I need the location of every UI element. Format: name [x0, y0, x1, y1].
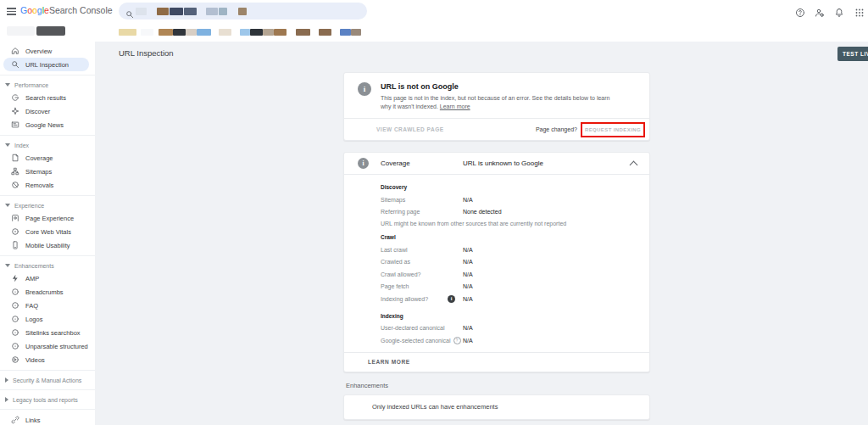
coverage-row-label-text: Last crawl [381, 247, 408, 253]
sidebar-group-security-manual-actions[interactable]: Security & Manual Actions [0, 374, 95, 386]
coverage-status: URL is unknown to Google [463, 159, 543, 167]
sidebar-item-page-experience[interactable]: Page Experience [3, 211, 89, 225]
user-settings-icon[interactable] [815, 6, 825, 16]
product-name: Search Console [49, 5, 113, 15]
sidebar-divider [0, 135, 95, 136]
search-icon [125, 7, 134, 15]
learn-more-link[interactable]: Learn more [440, 103, 470, 109]
sidebar-item-search-results[interactable]: Search results [3, 91, 89, 104]
coverage-section-heading: Crawl [381, 234, 636, 240]
sidebar-item-coverage[interactable]: Coverage [3, 151, 89, 165]
coverage-row: Crawl allowed?N/A [381, 268, 636, 281]
redacted-text-block [170, 8, 183, 15]
coverage-row-label-text: Crawl allowed? [381, 271, 420, 277]
request-indexing-button[interactable]: REQUEST INDEXING [581, 122, 645, 137]
chevron-right-icon [5, 377, 8, 383]
sidebar-item-discover[interactable]: Discover [3, 104, 89, 118]
sidebar-item-label: Core Web Vitals [25, 228, 71, 236]
coverage-row-value: N/A [463, 338, 473, 344]
chevron-down-icon [5, 143, 10, 147]
sidebar-item-amp[interactable]: AMP [3, 271, 89, 285]
redacted-text-block [186, 29, 197, 36]
search-results-icon [11, 93, 19, 102]
sidebar-item-label: AMP [25, 275, 39, 282]
unparsable-icon [11, 342, 19, 350]
coverage-section-heading: Indexing [381, 313, 636, 319]
view-crawled-page-button[interactable]: VIEW CRAWLED PAGE [376, 126, 444, 132]
apps-icon[interactable] [854, 6, 865, 16]
links-icon [11, 416, 19, 424]
enhancements-section-label: Enhancements [346, 382, 650, 389]
help-icon[interactable]: ? [453, 337, 461, 344]
coverage-row-label-text: Indexing allowed? [381, 296, 428, 302]
sidebar-group-label: Enhancements [14, 263, 54, 269]
redacted-property-name [36, 26, 65, 36]
sidebar-item-core-web-vitals[interactable]: Core Web Vitals [3, 225, 89, 238]
sidebar-item-sitelinks-searchbox[interactable]: Sitelinks searchbox [3, 326, 89, 339]
sidebar-item-videos[interactable]: Videos [3, 353, 89, 366]
app-logo[interactable]: GoogleSearch Console [20, 5, 113, 15]
redacted-text-block [206, 8, 218, 15]
sidebar-group-experience[interactable]: Experience [0, 199, 95, 211]
index-status-description: This page is not in the index, but not b… [381, 94, 611, 110]
sidebar-group-legacy-tools-and-reports[interactable]: Legacy tools and reports [0, 394, 95, 405]
sidebar-item-google-news[interactable]: Google News [3, 118, 89, 131]
search-input[interactable] [119, 3, 367, 20]
removals-icon [11, 181, 19, 189]
chevron-down-icon [5, 83, 10, 87]
coverage-row-label: Crawled as [381, 259, 463, 265]
sidebar-divider [0, 370, 95, 371]
redacted-text-block [263, 29, 274, 36]
menu-icon[interactable] [7, 8, 16, 15]
coverage-row-value: N/A [463, 325, 473, 331]
coverage-row-value: N/A [463, 247, 473, 253]
sidebar-item-sitemaps[interactable]: Sitemaps [3, 165, 89, 178]
sidebar-item-label: Videos [25, 356, 45, 364]
sidebar-item-url-inspection[interactable]: URL Inspection [3, 58, 89, 71]
sidebar-divider [0, 255, 95, 256]
coverage-row-value: N/A [463, 283, 473, 289]
sidebar-group-index[interactable]: Index [0, 139, 95, 151]
redacted-text-block [340, 29, 351, 36]
sidebar-item-label: Mobile Usability [25, 242, 70, 249]
coverage-card: i Coverage URL is unknown to Google Disc… [343, 152, 650, 372]
sidebar-group-performance[interactable]: Performance [0, 79, 95, 91]
coverage-row-value: None detected [463, 209, 502, 215]
info-icon: i [358, 158, 369, 169]
sidebar-item-label: Links [25, 417, 41, 424]
coverage-row-value: N/A [463, 296, 473, 302]
sidebar-group-label: Legacy tools and reports [13, 397, 78, 403]
help-icon[interactable] [795, 6, 805, 16]
sidebar-item-unparsable-structured-d[interactable]: Unparsable structured d... [3, 339, 89, 353]
sidebar-item-logos[interactable]: Logos [3, 312, 89, 326]
sidebar-item-label: Sitemaps [25, 168, 52, 176]
info-icon[interactable]: i [448, 295, 455, 303]
search-icon [11, 60, 19, 69]
sidebar-item-faq[interactable]: FAQ [3, 299, 89, 312]
test-live-url-button[interactable]: TEST LIVE URL [837, 47, 868, 61]
sidebar-item-removals[interactable]: Removals [3, 178, 89, 192]
sidebar-nav: OverviewURL InspectionPerformanceSearch … [0, 44, 95, 425]
sidebar-item-overview[interactable]: Overview [3, 44, 89, 58]
sidebar-item-mobile-usability[interactable]: Mobile Usability [3, 238, 89, 252]
coverage-row-value: N/A [463, 271, 473, 277]
sidebar-item-links[interactable]: Links [3, 413, 89, 425]
coverage-note: URL might be known from other sources th… [381, 221, 636, 226]
coverage-row-label: Indexing allowed?i [381, 295, 463, 303]
sidebar-item-label: Removals [25, 182, 53, 189]
redacted-text-block [119, 29, 136, 36]
index-status-title: URL is not on Google [381, 82, 636, 91]
coverage-row: User-declared canonicalN/A [381, 322, 636, 335]
sidebar-group-enhancements[interactable]: Enhancements [0, 260, 95, 271]
redacted-text-block [219, 8, 227, 15]
property-selector[interactable] [0, 25, 95, 37]
sidebar-item-breadcrumbs[interactable]: Breadcrumbs [3, 285, 89, 299]
collapse-icon[interactable] [630, 161, 638, 170]
redacted-text-block [238, 8, 247, 15]
coverage-learn-more-button[interactable]: LEARN MORE [344, 352, 649, 372]
notifications-icon[interactable] [834, 6, 844, 16]
coverage-row-label-text: Google-selected canonical [381, 338, 451, 344]
redacted-text-block [141, 29, 153, 36]
app-header: GoogleSearch Console [0, 0, 868, 23]
home-icon [11, 47, 19, 55]
